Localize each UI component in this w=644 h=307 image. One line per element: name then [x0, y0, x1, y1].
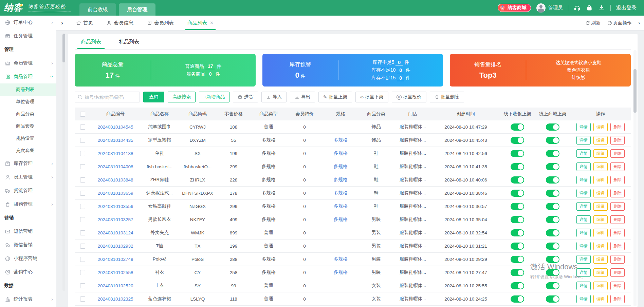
spec-link[interactable]: 多规格	[334, 150, 348, 156]
row-checkbox[interactable]	[80, 270, 85, 275]
product-code-link[interactable]: 20240810102749	[97, 257, 133, 262]
offline-shelf-toggle[interactable]	[511, 243, 524, 250]
online-shelf-toggle[interactable]	[546, 150, 559, 157]
action-删除-button[interactable]: 删除	[610, 162, 625, 171]
sidebar-subitem-商品套餐[interactable]: 商品套餐	[0, 120, 56, 132]
content-scrollbar-thumb[interactable]	[62, 34, 65, 62]
row-checkbox[interactable]	[80, 124, 85, 130]
sidebar-item-员工管理[interactable]: 员工管理›	[0, 170, 56, 184]
product-code-link[interactable]: 20240810103556	[97, 204, 133, 209]
toolbar-button-进货[interactable]: 进货	[233, 92, 258, 102]
online-shelf-toggle[interactable]	[546, 295, 559, 303]
add-product-button[interactable]: +新增商品	[199, 92, 229, 102]
action-删除-button[interactable]: 删除	[610, 215, 625, 224]
action-删除-button[interactable]: 删除	[610, 176, 625, 184]
lock-icon[interactable]	[586, 4, 593, 11]
panel-tab-商品列表[interactable]: 商品列表	[79, 39, 103, 49]
action-编辑-button[interactable]: 编辑	[593, 215, 608, 224]
download-icon[interactable]	[598, 4, 605, 11]
sidebar-item-商品管理[interactable]: 商品管理›	[0, 70, 56, 83]
sidebar-subitem-商品分类[interactable]: 商品分类	[0, 108, 56, 120]
sidebar-subitem-规格设置[interactable]: 规格设置	[0, 132, 56, 145]
toolbar-button-批量删除[interactable]: 批量删除	[430, 92, 464, 102]
mall-badge[interactable]: 纳客商城	[498, 4, 531, 12]
product-code-link[interactable]: 20240810103659	[97, 191, 133, 196]
toolbar-button-导入[interactable]: 导入	[261, 92, 287, 102]
sidebar-subitem-充次套餐[interactable]: 充次套餐	[0, 145, 56, 157]
action-详情-button[interactable]: 详情	[576, 215, 591, 224]
row-checkbox[interactable]	[80, 217, 85, 222]
action-详情-button[interactable]: 详情	[576, 295, 591, 303]
spec-link[interactable]: 多规格	[334, 177, 348, 183]
action-编辑-button[interactable]: 编辑	[593, 255, 608, 264]
row-checkbox[interactable]	[80, 230, 85, 235]
sidebar-subitem-商品列表[interactable]: 商品列表	[0, 83, 56, 96]
row-checkbox[interactable]	[80, 138, 85, 143]
product-code-link[interactable]: 20240810104545	[97, 124, 133, 130]
sidebar-item-团购管理[interactable]: 团购管理›	[0, 197, 56, 211]
product-code-link[interactable]: 20240810104138	[97, 151, 133, 156]
online-shelf-toggle[interactable]	[546, 203, 559, 210]
toolbar-button-批量改价[interactable]: ¥批量改价	[392, 92, 426, 102]
action-详情-button[interactable]: 详情	[576, 282, 591, 290]
online-shelf-toggle[interactable]	[546, 163, 559, 170]
product-code-link[interactable]: 20240810103257	[97, 217, 133, 222]
toolbar-button-批量下架[interactable]: ∞批量下架	[355, 92, 388, 102]
sidebar-item-库存管理[interactable]: 库存管理›	[0, 157, 56, 170]
action-删除-button[interactable]: 删除	[610, 282, 625, 290]
offline-shelf-toggle[interactable]	[511, 269, 524, 276]
sidebar-item-小程序营销[interactable]: 小程序营销	[0, 252, 56, 265]
query-button[interactable]: 查询	[143, 92, 164, 102]
online-shelf-toggle[interactable]	[546, 243, 559, 250]
action-详情-button[interactable]: 详情	[576, 162, 591, 171]
action-详情-button[interactable]: 详情	[576, 189, 591, 197]
action-编辑-button[interactable]: 编辑	[593, 229, 608, 237]
tab-商品列表[interactable]: 商品列表✕	[181, 16, 220, 30]
spec-link[interactable]: 多规格	[334, 190, 348, 196]
search-input[interactable]	[75, 92, 140, 102]
select-all-checkbox[interactable]	[80, 112, 85, 117]
action-编辑-button[interactable]: 编辑	[593, 242, 608, 250]
sidebar-subitem-单位管理[interactable]: 单位管理	[0, 96, 56, 108]
row-checkbox[interactable]	[80, 244, 85, 249]
tab-会员信息[interactable]: 会员信息	[100, 16, 140, 30]
action-编辑-button[interactable]: 编辑	[593, 123, 608, 131]
sidebar-collapse-arrow[interactable]: ›	[58, 20, 66, 26]
offline-shelf-toggle[interactable]	[511, 203, 524, 210]
product-code-link[interactable]: 20240810103124	[97, 230, 133, 235]
action-删除-button[interactable]: 删除	[610, 295, 625, 303]
panel-scrollbar-thumb[interactable]	[633, 69, 637, 113]
action-详情-button[interactable]: 详情	[576, 268, 591, 277]
logout-button[interactable]: 退出登录	[616, 5, 637, 11]
row-checkbox[interactable]	[80, 204, 85, 209]
action-编辑-button[interactable]: 编辑	[593, 295, 608, 303]
action-详情-button[interactable]: 详情	[576, 229, 591, 237]
offline-shelf-toggle[interactable]	[511, 282, 524, 289]
advanced-search-button[interactable]: 高级搜索	[168, 92, 196, 102]
product-code-link[interactable]: 20240810103848	[97, 177, 133, 183]
tab-首页[interactable]: 首页	[69, 16, 100, 30]
action-编辑-button[interactable]: 编辑	[593, 189, 608, 197]
product-code-link[interactable]: 20240810104435	[97, 138, 133, 143]
action-删除-button[interactable]: 删除	[610, 123, 625, 131]
action-编辑-button[interactable]: 编辑	[593, 268, 608, 277]
spec-link[interactable]: 多规格	[334, 164, 348, 170]
panel-scrollbar[interactable]	[633, 50, 637, 306]
refresh-button[interactable]: 刷新	[585, 20, 601, 26]
offline-shelf-toggle[interactable]	[511, 295, 524, 303]
offline-shelf-toggle[interactable]	[511, 137, 524, 144]
online-shelf-toggle[interactable]	[546, 216, 559, 223]
spec-link[interactable]: 多规格	[334, 216, 348, 223]
sidebar-item-统计报表[interactable]: 统计报表›	[0, 292, 56, 306]
product-code-link[interactable]: 20240810102325	[97, 296, 133, 302]
row-checkbox[interactable]	[80, 283, 85, 288]
action-详情-button[interactable]: 详情	[576, 242, 591, 250]
action-删除-button[interactable]: 删除	[610, 242, 625, 250]
panel-tab-礼品列表[interactable]: 礼品列表	[117, 39, 141, 49]
online-shelf-toggle[interactable]	[546, 269, 559, 276]
offline-shelf-toggle[interactable]	[511, 256, 524, 263]
row-checkbox[interactable]	[80, 296, 85, 302]
online-shelf-toggle[interactable]	[546, 190, 559, 197]
action-详情-button[interactable]: 详情	[576, 123, 591, 131]
headset-icon[interactable]	[574, 4, 581, 11]
